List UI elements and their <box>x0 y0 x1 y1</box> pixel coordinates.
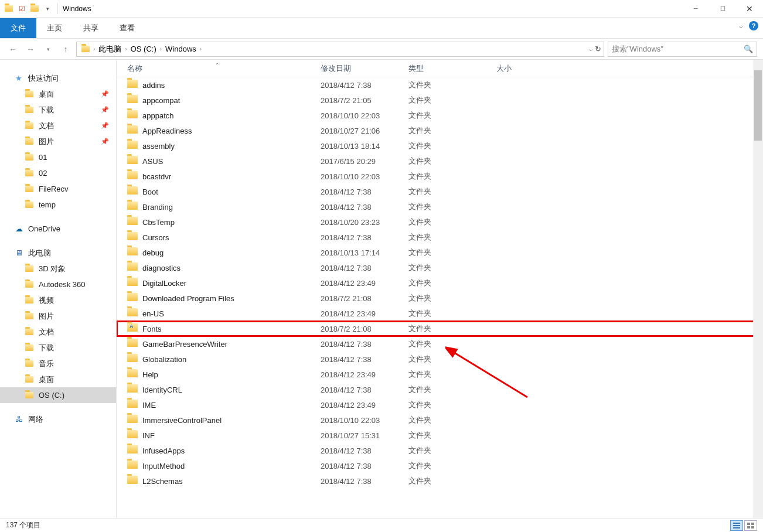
file-row[interactable]: GameBarPresenceWriter2018/4/12 7:38文件夹 <box>117 336 763 352</box>
sidebar-item-pc[interactable]: 音乐 <box>0 356 116 371</box>
file-row[interactable]: Fonts2018/7/2 21:08文件夹 <box>117 321 763 336</box>
file-row[interactable]: IdentityCRL2018/4/12 7:38文件夹 <box>117 382 763 397</box>
file-row[interactable]: InfusedApps2018/4/12 7:38文件夹 <box>117 443 763 458</box>
sidebar-item-quick[interactable]: temp <box>0 197 116 213</box>
file-row[interactable]: diagnostics2018/4/12 7:38文件夹 <box>117 260 763 275</box>
sidebar-item-label: 桌面 <box>39 89 54 100</box>
help-icon[interactable]: ? <box>749 21 758 30</box>
address-toolbar: ← → ▾ ↑ › 此电脑 › OS (C:) › Windows › ⌵ ↻ … <box>0 39 763 60</box>
sidebar-item-label: 下载 <box>39 343 54 353</box>
address-box[interactable]: › 此电脑 › OS (C:) › Windows › ⌵ ↻ <box>76 42 604 57</box>
refresh-icon[interactable]: ↻ <box>595 45 601 53</box>
tab-file[interactable]: 文件 <box>0 18 36 38</box>
folder-icon <box>127 171 138 182</box>
nav-this-pc[interactable]: 🖥 此电脑 <box>0 245 116 261</box>
file-name: Branding <box>142 203 321 212</box>
chevron-right-icon[interactable]: › <box>199 46 203 52</box>
vertical-scrollbar[interactable] <box>753 60 763 518</box>
tab-view[interactable]: 查看 <box>109 18 145 38</box>
file-date: 2018/4/12 7:38 <box>321 477 408 486</box>
sidebar-item-quick[interactable]: 下载📌 <box>0 102 116 118</box>
nav-onedrive[interactable]: ☁ OneDrive <box>0 221 116 237</box>
file-rows[interactable]: addins2018/4/12 7:38文件夹appcompat2018/7/2… <box>117 77 763 518</box>
file-row[interactable]: Downloaded Program Files2018/7/2 21:08文件… <box>117 291 763 306</box>
file-row[interactable]: assembly2018/10/13 18:14文件夹 <box>117 138 763 154</box>
file-name: ASUS <box>142 157 321 166</box>
file-row[interactable]: INF2018/10/27 15:31文件夹 <box>117 428 763 443</box>
folder-icon <box>127 400 138 410</box>
minimize-button[interactable]: ─ <box>682 0 709 18</box>
search-icon[interactable]: 🔍 <box>744 45 753 53</box>
close-button[interactable]: ✕ <box>736 0 763 18</box>
qat-dropdown-icon[interactable]: ▾ <box>41 2 54 15</box>
col-size[interactable]: 大小 <box>496 63 555 74</box>
sidebar-item-quick[interactable]: 图片📌 <box>0 134 116 149</box>
file-row[interactable]: appcompat2018/7/2 21:05文件夹 <box>117 93 763 108</box>
nav-quick-access[interactable]: ★ 快速访问 <box>0 70 116 86</box>
file-row[interactable]: Boot2018/4/12 7:38文件夹 <box>117 184 763 199</box>
sidebar-item-pc[interactable]: 下载 <box>0 340 116 356</box>
sidebar-item-pc[interactable]: OS (C:) <box>0 387 116 403</box>
sidebar-item-pc[interactable]: 桌面 <box>0 371 116 387</box>
recent-dropdown-icon[interactable]: ▾ <box>41 42 55 56</box>
folder-icon <box>127 293 138 303</box>
nav-label: 网络 <box>28 414 43 425</box>
file-row[interactable]: L2Schemas2018/4/12 7:38文件夹 <box>117 473 763 489</box>
file-row[interactable]: addins2018/4/12 7:38文件夹 <box>117 77 763 93</box>
tab-share[interactable]: 共享 <box>73 18 109 38</box>
qat-properties-icon[interactable]: ☑ <box>15 2 28 15</box>
sidebar-item-pc[interactable]: Autodesk 360 <box>0 277 116 292</box>
up-button[interactable]: ↑ <box>59 42 73 56</box>
crumb-folder[interactable]: Windows <box>163 42 199 56</box>
sidebar-item-pc[interactable]: 3D 对象 <box>0 261 116 277</box>
file-row[interactable]: en-US2018/4/12 23:49文件夹 <box>117 306 763 321</box>
scrollbar-thumb[interactable] <box>754 70 762 141</box>
sidebar-item-quick[interactable]: 桌面📌 <box>0 86 116 102</box>
sidebar-item-quick[interactable]: 02 <box>0 165 116 181</box>
file-row[interactable]: IME2018/4/12 23:49文件夹 <box>117 397 763 412</box>
sidebar-item-quick[interactable]: 文档📌 <box>0 118 116 134</box>
file-row[interactable]: DigitalLocker2018/4/12 23:49文件夹 <box>117 275 763 291</box>
sidebar-item-quick[interactable]: 01 <box>0 149 116 165</box>
file-row[interactable]: Help2018/4/12 23:49文件夹 <box>117 367 763 382</box>
file-row[interactable]: AppReadiness2018/10/27 21:06文件夹 <box>117 123 763 138</box>
crumb-drive[interactable]: OS (C:) <box>128 42 159 56</box>
file-row[interactable]: bcastdvr2018/10/10 22:03文件夹 <box>117 169 763 184</box>
file-row[interactable]: debug2018/10/13 17:14文件夹 <box>117 245 763 260</box>
crumb-this-pc[interactable]: 此电脑 <box>96 42 124 56</box>
forward-button[interactable]: → <box>23 42 38 56</box>
sidebar-item-pc[interactable]: 视频 <box>0 292 116 308</box>
col-name[interactable]: 名称 ⌃ <box>127 63 321 74</box>
tab-home[interactable]: 主页 <box>36 18 73 38</box>
chevron-right-icon[interactable]: › <box>92 46 96 52</box>
file-row[interactable]: Cursors2018/4/12 7:38文件夹 <box>117 230 763 245</box>
file-row[interactable]: Globalization2018/4/12 7:38文件夹 <box>117 352 763 367</box>
chevron-right-icon[interactable]: › <box>159 46 163 52</box>
file-row[interactable]: Branding2018/4/12 7:38文件夹 <box>117 199 763 214</box>
col-type[interactable]: 类型 <box>408 63 496 74</box>
view-large-icons-button[interactable] <box>744 520 757 531</box>
nav-network[interactable]: 🖧 网络 <box>0 411 116 427</box>
file-row[interactable]: apppatch2018/10/10 22:03文件夹 <box>117 108 763 123</box>
file-type: 文件夹 <box>408 141 496 151</box>
back-button[interactable]: ← <box>6 42 20 56</box>
qat-newfolder-icon[interactable] <box>28 2 41 15</box>
nav-label: 快速访问 <box>28 73 59 84</box>
file-type: 文件夹 <box>408 95 496 105</box>
maximize-button[interactable]: ☐ <box>709 0 736 18</box>
file-row[interactable]: InputMethod2018/4/12 7:38文件夹 <box>117 458 763 473</box>
col-date[interactable]: 修改日期 <box>321 63 408 74</box>
ribbon-collapse-icon[interactable]: ⌵ <box>739 22 743 30</box>
sidebar-item-quick[interactable]: FileRecv <box>0 181 116 197</box>
search-input[interactable]: 搜索"Windows" 🔍 <box>608 42 757 57</box>
address-dropdown-icon[interactable]: ⌵ <box>589 46 592 52</box>
file-row[interactable]: ASUS2017/6/15 20:29文件夹 <box>117 154 763 169</box>
file-row[interactable]: ImmersiveControlPanel2018/10/10 22:03文件夹 <box>117 412 763 428</box>
chevron-right-icon[interactable]: › <box>124 46 128 52</box>
view-details-button[interactable] <box>730 520 743 531</box>
sidebar-item-pc[interactable]: 文档 <box>0 324 116 340</box>
sidebar-item-pc[interactable]: 图片 <box>0 308 116 324</box>
file-row[interactable]: CbsTemp2018/10/20 23:23文件夹 <box>117 214 763 230</box>
folder-icon <box>127 141 138 151</box>
folder-icon <box>127 80 138 90</box>
